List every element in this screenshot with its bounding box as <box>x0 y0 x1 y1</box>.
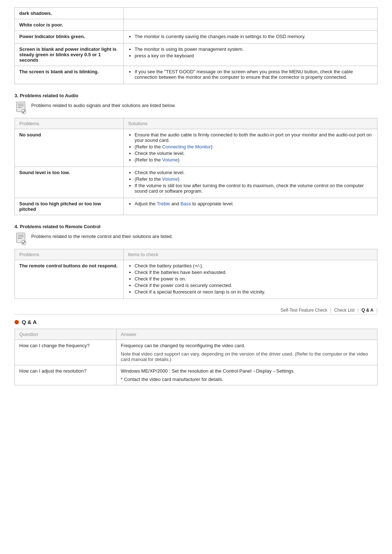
bass-link[interactable]: Bass <box>180 201 191 206</box>
solution-cell: The monitor is currently saving the chan… <box>123 31 377 44</box>
solution-cell: Adjust the Treble and Bass to appropriat… <box>123 198 377 215</box>
problem-cell: Sound is too high pitched or too low pit… <box>15 198 124 215</box>
nav-sep-3: | <box>376 308 377 313</box>
problem-cell: White color is poor. <box>15 19 124 31</box>
table-row: dark shadows. <box>15 8 377 19</box>
question-cell: How can I change the frequency? <box>15 340 117 365</box>
problem-cell: No sound <box>15 129 124 167</box>
remote-note: Problems related to the remote control a… <box>15 232 377 245</box>
svg-rect-8 <box>18 238 22 239</box>
solution-cell <box>123 8 377 19</box>
nav-sep-1: | <box>330 308 331 313</box>
solution-cell: Check the battery polarities (+/-). Chec… <box>123 260 377 299</box>
solution-cell: Check the volume level. (Refer to the Vo… <box>123 167 377 198</box>
qa-title-row: Q & A <box>15 319 377 325</box>
question-cell: How can I adjust the resolution? <box>15 365 117 385</box>
qa-dot <box>15 320 19 324</box>
nav-qa[interactable]: Q & A <box>362 308 373 313</box>
qa-col-answer: Answer <box>116 329 377 340</box>
nav-check-list[interactable]: Check List <box>334 308 355 313</box>
problem-cell: Power Indicator blinks green. <box>15 31 124 44</box>
solution-cell <box>123 19 377 31</box>
remote-col-problems: Problems <box>15 249 124 260</box>
connecting-monitor-link[interactable]: Connecting the Monitor <box>162 144 211 149</box>
answer-cell: Windows ME/XP/2000 : Set the resolution … <box>116 365 377 385</box>
svg-rect-7 <box>18 237 24 237</box>
problem-cell: dark shadows. <box>15 8 124 19</box>
qa-section: Q & A Question Answer How can I change t… <box>15 319 377 385</box>
answer-cell: Frequency can be changed by reconfigurin… <box>116 340 377 365</box>
nav-bar: Self-Test Feature Check | Check List | Q… <box>15 308 377 315</box>
remote-col-items: Items to check <box>123 249 377 260</box>
audio-problems-table: Problems Solutions No sound Ensure that … <box>15 118 377 215</box>
note-icon <box>15 101 28 114</box>
volume-link-1[interactable]: Volume <box>162 157 178 163</box>
svg-rect-1 <box>18 104 24 104</box>
problem-cell: Sound level is too low. <box>15 167 124 198</box>
volume-link-2[interactable]: Volume <box>162 176 178 182</box>
note-icon-2 <box>15 232 28 245</box>
svg-rect-6 <box>18 235 24 235</box>
table-row: No sound Ensure that the audio cable is … <box>15 129 377 167</box>
audio-section-title: 3. Problems related to Audio <box>15 93 377 98</box>
audio-col-problems: Problems <box>15 118 124 129</box>
table-row: How can I change the frequency? Frequenc… <box>15 340 377 365</box>
nav-self-test[interactable]: Self-Test Feature Check <box>281 308 327 313</box>
qa-col-question: Question <box>15 329 117 340</box>
remote-problems-table: Problems Items to check The remote contr… <box>15 249 377 299</box>
audio-col-solutions: Solutions <box>123 118 377 129</box>
remote-note-text: Problems related to the remote control a… <box>31 232 173 239</box>
problem-cell: The remote control buttons do not respon… <box>15 260 124 299</box>
qa-table: Question Answer How can I change the fre… <box>15 329 377 385</box>
table-row: The screen is blank and is blinking. If … <box>15 66 377 84</box>
problem-cell: The screen is blank and is blinking. <box>15 66 124 84</box>
remote-section: 4. Problems related to Remote Control Pr… <box>15 224 377 299</box>
audio-section: 3. Problems related to Audio Problems re… <box>15 93 377 215</box>
qa-title: Q & A <box>22 319 37 325</box>
table-row: White color is poor. <box>15 19 377 31</box>
nav-sep-2: | <box>358 308 359 313</box>
problem-cell: Screen is blank and power indicator ligh… <box>15 44 124 66</box>
audio-note: Problems related to audio signals and th… <box>15 101 377 114</box>
solution-cell: Ensure that the audio cable is firmly co… <box>123 129 377 167</box>
top-continuation-table: dark shadows. White color is poor. Power… <box>15 7 377 84</box>
svg-rect-3 <box>18 107 22 108</box>
treble-link[interactable]: Treble <box>157 201 170 206</box>
table-row: Power Indicator blinks green. The monito… <box>15 31 377 44</box>
table-row: The remote control buttons do not respon… <box>15 260 377 299</box>
remote-section-title: 4. Problems related to Remote Control <box>15 224 377 229</box>
table-row: Sound is too high pitched or too low pit… <box>15 198 377 215</box>
svg-rect-2 <box>18 106 24 106</box>
table-row: How can I adjust the resolution? Windows… <box>15 365 377 385</box>
table-row: Sound level is too low. Check the volume… <box>15 167 377 198</box>
audio-note-text: Problems related to audio signals and th… <box>31 101 176 108</box>
solution-cell: The monitor is using its power managemen… <box>123 44 377 66</box>
solution-cell: If you see the "TEST GOOD" message on th… <box>123 66 377 84</box>
table-row: Screen is blank and power indicator ligh… <box>15 44 377 66</box>
